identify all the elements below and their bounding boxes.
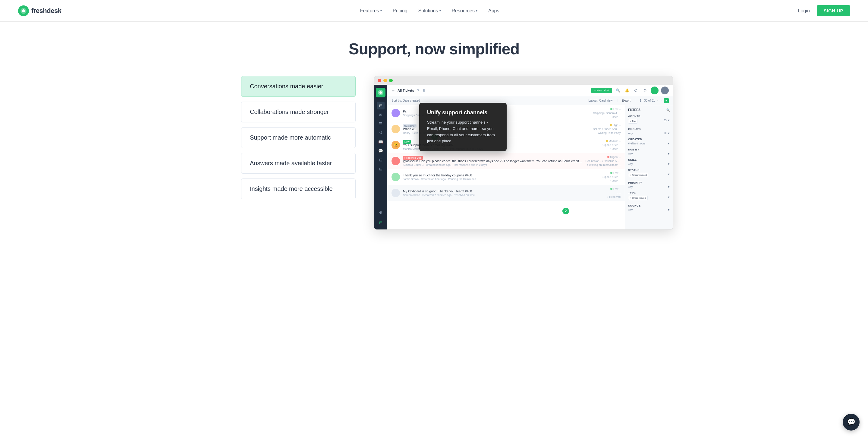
sidebar-chat-icon[interactable]: 💬 [377, 147, 384, 155]
app-logo-area [376, 88, 385, 97]
tooltip-title: Unify support channels [427, 110, 499, 116]
nav-apps[interactable]: Apps [488, 8, 499, 13]
logo-text: freshdesk [31, 7, 61, 15]
table-row[interactable]: My keyboard is so good. Thanks you, team… [387, 185, 625, 201]
sidebar-home-icon[interactable]: ⊞ [377, 101, 384, 110]
sidebar-analytics-icon[interactable]: ⊞ [377, 165, 384, 173]
filter-me-tag[interactable]: × Me [628, 119, 638, 124]
nav-features[interactable]: Features ▾ [360, 8, 382, 13]
logo-icon [18, 5, 29, 16]
filter-search-icon[interactable]: 🔍 [666, 108, 670, 112]
nav-solutions[interactable]: Solutions ▾ [418, 8, 441, 13]
feature-item-support-auto[interactable]: Support made more automatic [241, 127, 355, 148]
expand-dot [389, 79, 393, 82]
feature-item-collaborations[interactable]: Collaborations made stronger [241, 101, 355, 122]
filter-priority-label: Priority [628, 181, 670, 184]
ticket-main-6: My keyboard is so good. Thanks you, team… [403, 189, 593, 197]
chat-bubble-icon: 💬 [847, 418, 855, 426]
chat-bubble-button[interactable]: 💬 [843, 414, 860, 431]
logo[interactable]: freshdesk [18, 5, 61, 16]
edit-icon: ✎ [417, 89, 420, 92]
user-avatar[interactable] [651, 87, 658, 94]
user-avatar-2[interactable] [661, 87, 669, 94]
notification-icon-btn[interactable]: 🔔 [624, 87, 630, 94]
ticket-subject-4: @asksauls Can you please cancel the shoe… [403, 159, 583, 163]
minimize-dot [383, 79, 387, 82]
filter-source-label: Source [628, 204, 670, 207]
grid-view-btn[interactable]: ⊞ [664, 98, 669, 103]
resources-chevron-icon: ▾ [476, 9, 477, 12]
search-icon-btn[interactable]: 🔍 [615, 87, 621, 94]
filter-created-label: Created [628, 138, 670, 141]
next-page-btn[interactable]: › [661, 99, 661, 102]
nav-resources[interactable]: Resources ▾ [452, 8, 477, 13]
feature-item-conversations[interactable]: Conversations made easier [241, 76, 355, 97]
count-label: 1 - 30 of 61 [640, 99, 655, 102]
filter-type-label: Type [628, 192, 670, 195]
ticket-right-4: Urgent – Refunds an... / Rosaline A... ·… [586, 155, 621, 167]
ticket-meta-4: Akshara Sruthi G · Created 2 hours ago ·… [403, 164, 583, 167]
filter-status-label: Status [628, 169, 670, 172]
filter-skill-value: Any▼ [628, 163, 670, 166]
navbar-nav: Features ▾ Pricing Solutions ▾ Resources… [360, 8, 499, 13]
filter-agents-count: 53 ▼ [664, 119, 670, 124]
table-row[interactable]: Thank you so much for the holiday coupon… [387, 169, 625, 185]
filter-type-tag[interactable]: × Order Issues [628, 196, 648, 200]
sort-label: Sort by: Date created [392, 99, 420, 102]
filter-priority-value: Any▼ [628, 185, 670, 188]
tooltip-body: Streamline your support channels - Email… [427, 119, 499, 144]
sidebar-reports-icon[interactable]: ↺ [377, 129, 384, 137]
layout-label: Layout: Card view [588, 99, 613, 102]
ticket-main-5: Thank you so much for the holiday coupon… [403, 173, 593, 181]
prev-page-btn[interactable]: ‹ [657, 99, 658, 102]
table-row[interactable]: Response Due @asksauls Can you please ca… [387, 153, 625, 169]
new-ticket-button[interactable]: + New ticket [591, 88, 612, 93]
navbar-actions: Login SIGN UP [798, 5, 850, 16]
settings-icon-btn[interactable]: ⚙ [642, 87, 648, 94]
topbar-left: ☰ All Tickets ✎ 🗑 [392, 88, 426, 92]
feature-item-insights[interactable]: Insights made more accessible [241, 178, 355, 199]
sidebar-grid-icon[interactable]: ⊞ [377, 218, 384, 227]
export-label: Export [622, 99, 630, 102]
sidebar-phone-icon[interactable]: ⊟ [377, 156, 384, 164]
app-sidebar-logo-icon [378, 90, 383, 95]
ticket-avatar-4 [392, 157, 400, 165]
close-dot [378, 79, 381, 82]
feature-item-answers[interactable]: Answers made available faster [241, 153, 355, 174]
app-topbar: ☰ All Tickets ✎ 🗑 + New ticket 🔍 🔔 ⏱ ⚙ [387, 85, 673, 96]
section-title: All Tickets [398, 89, 414, 92]
filter-skill-label: Skill [628, 158, 670, 161]
ticket-avatar-2 [392, 125, 400, 133]
nav-pricing[interactable]: Pricing [393, 8, 407, 13]
sidebar-contacts-icon[interactable]: ☰ [377, 120, 384, 127]
tooltip-overlay: Unify support channels Streamline your s… [419, 103, 507, 151]
sidebar-settings-icon[interactable]: ⚙ [377, 208, 384, 216]
ticket-right-6: Low – – – ↓ Resolved [596, 187, 621, 198]
navbar: freshdesk Features ▾ Pricing Solutions ▾… [0, 0, 868, 22]
filter-dueby-value: Any▼ [628, 152, 670, 155]
ticket-main-4: Response Due @asksauls Can you please ca… [403, 156, 583, 167]
step-badge-2: 2 [562, 208, 569, 214]
filters-sidebar: FILTERS 🔍 Agents × Me 53 ▼ Groups AnyIII… [625, 105, 673, 230]
hero-title: Support, now simplified [6, 40, 862, 58]
svg-point-2 [22, 9, 25, 12]
screenshot-panel: ⊞ ✉ ☰ ↺ 📖 💬 ⊟ ⊞ ⚙ ⊞ ☰ [374, 76, 673, 230]
filter-created-value: Within 4 hours▼ [628, 142, 670, 145]
solutions-chevron-icon: ▾ [439, 9, 441, 12]
sidebar-kb-icon[interactable]: 📖 [377, 138, 384, 146]
login-button[interactable]: Login [798, 8, 810, 13]
topbar-right: + New ticket 🔍 🔔 ⏱ ⚙ [591, 87, 669, 94]
filter-source-value: Any▼ [628, 208, 670, 211]
filter-status-tag[interactable]: × All unresolved [628, 173, 649, 177]
clock-icon-btn[interactable]: ⏱ [632, 87, 639, 94]
ticket-avatar-3: 😀 [392, 141, 400, 149]
filters-title: FILTERS [628, 108, 641, 112]
ticket-right-2: High – Sellers / Sheen Adri... · Waiting… [593, 124, 621, 135]
sidebar-tickets-icon[interactable]: ✉ [377, 111, 384, 118]
signup-button[interactable]: SIGN UP [817, 5, 850, 16]
delete-icon: 🗑 [423, 89, 426, 92]
ticket-meta-5: Jamie Brown · Created an hour ago · Pend… [403, 178, 593, 181]
ticket-meta-6: Shreen Adrian · Resolved 7 minutes ago ·… [403, 194, 593, 197]
ticket-right-5: Low – Support / Ben – ↑ Open – [596, 172, 621, 182]
filter-agents-label: Agents [628, 115, 670, 118]
